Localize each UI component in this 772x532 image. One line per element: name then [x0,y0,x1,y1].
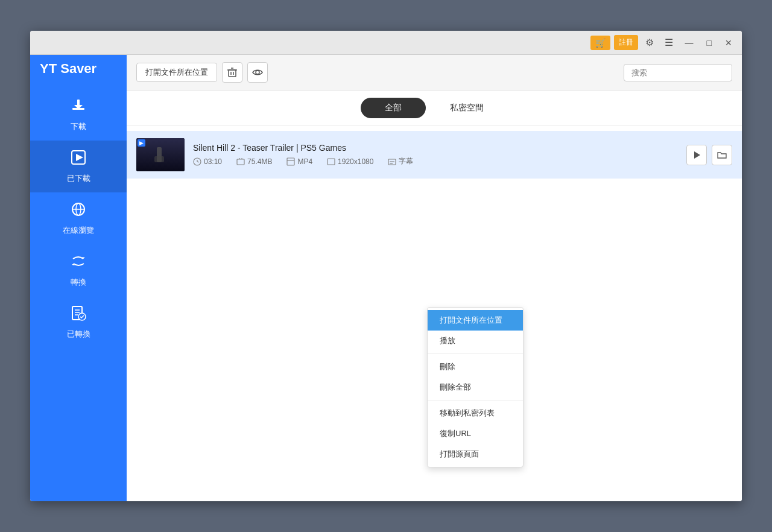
svg-point-20 [256,71,259,74]
app-window: 🛒 註冊 ⚙ ☰ — □ ✕ YT Saver 下載 [30,31,742,501]
app-title: YT Saver [30,61,96,77]
settings-button[interactable]: ⚙ [642,34,657,51]
svg-rect-33 [327,159,335,165]
play-button[interactable] [686,145,707,165]
converted-icon [70,305,87,325]
search-input[interactable] [624,64,732,81]
sidebar-label-convert: 轉換 [71,277,86,288]
folder-button[interactable] [712,145,732,165]
close-button[interactable]: ✕ [720,36,737,50]
sidebar-label-downloaded: 已下載 [67,173,90,184]
format-value: MP4 [297,157,312,166]
duration-value: 03:10 [204,157,222,166]
sidebar-item-download[interactable]: 下載 [30,89,127,141]
svg-rect-24 [154,156,164,162]
browse-icon [70,201,87,221]
context-menu-open-folder[interactable]: 打開文件所在位置 [428,310,523,331]
thumbnail-badge: ▶ [138,139,145,147]
toolbar: 打開文件所在位置 [127,55,742,90]
content-area: 打開文件所在位置 [127,55,742,501]
svg-rect-28 [237,159,244,165]
resolution-value: 1920x1080 [338,157,373,166]
sidebar-item-converted[interactable]: 已轉換 [30,296,127,348]
tab-all[interactable]: 全部 [361,98,426,118]
context-menu-open-source[interactable]: 打開源頁面 [428,444,523,464]
sidebar-label-download: 下載 [71,121,86,132]
video-meta: 03:10 75.4MB [193,156,678,166]
tab-private[interactable]: 私密空間 [426,98,508,118]
context-menu-divider-2 [428,400,523,401]
meta-format: MP4 [286,157,312,166]
meta-size: 75.4MB [236,157,272,166]
meta-subtitle: 字幕 [388,156,413,166]
main-layout: YT Saver 下載 已下載 [30,55,742,501]
minimize-button[interactable]: — [680,36,698,50]
svg-rect-31 [287,158,294,165]
maximize-button[interactable]: □ [702,36,717,50]
delete-button[interactable] [222,62,242,83]
video-info: Silent Hill 2 - Teaser Trailer | PS5 Gam… [193,143,678,166]
menu-button[interactable]: ☰ [661,34,677,51]
context-menu-delete-all[interactable]: 刪除全部 [428,377,523,397]
video-list: ▶ Silent Hill 2 - Teaser Trailer | PS5 G… [127,126,742,501]
video-title: Silent Hill 2 - Teaser Trailer | PS5 Gam… [193,143,678,153]
meta-duration: 03:10 [193,157,222,166]
titlebar-controls: 🛒 註冊 ⚙ ☰ — □ ✕ [590,34,737,51]
context-menu-copy-url[interactable]: 復制URL [428,423,523,444]
size-value: 75.4MB [247,157,272,166]
context-menu: 打開文件所在位置 播放 刪除 刪除全部 移動到私密列表 復制URL 打開源頁面 [427,307,524,467]
titlebar: 🛒 註冊 ⚙ ☰ — □ ✕ [30,31,742,55]
sidebar-item-downloaded[interactable]: 已下載 [30,141,127,192]
context-menu-divider-1 [428,353,523,354]
downloaded-icon [70,149,87,169]
context-menu-play[interactable]: 播放 [428,331,523,351]
register-button[interactable]: 註冊 [614,35,638,50]
svg-rect-15 [229,70,236,77]
download-icon [70,97,87,118]
sidebar-label-browse: 在線瀏覽 [63,225,94,236]
thumbnail: ▶ [136,138,185,171]
svg-marker-4 [76,154,83,161]
sidebar-label-converted: 已轉換 [67,329,90,340]
context-menu-delete[interactable]: 刪除 [428,356,523,377]
sidebar-item-browse[interactable]: 在線瀏覽 [30,192,127,244]
context-menu-move-private[interactable]: 移動到私密列表 [428,403,523,423]
subtitle-value: 字幕 [399,156,413,166]
tabs: 全部 私密空間 [127,90,742,126]
eye-button[interactable] [247,62,268,83]
svg-marker-37 [694,151,700,159]
meta-resolution: 1920x1080 [327,157,373,166]
svg-line-27 [197,162,199,162]
open-folder-button[interactable]: 打開文件所在位置 [136,63,217,82]
video-actions [686,145,732,165]
convert-icon [70,253,87,273]
video-item: ▶ Silent Hill 2 - Teaser Trailer | PS5 G… [127,131,742,179]
cart-button[interactable]: 🛒 [590,36,610,50]
sidebar-item-convert[interactable]: 轉換 [30,244,127,296]
sidebar: YT Saver 下載 已下載 [30,55,127,501]
